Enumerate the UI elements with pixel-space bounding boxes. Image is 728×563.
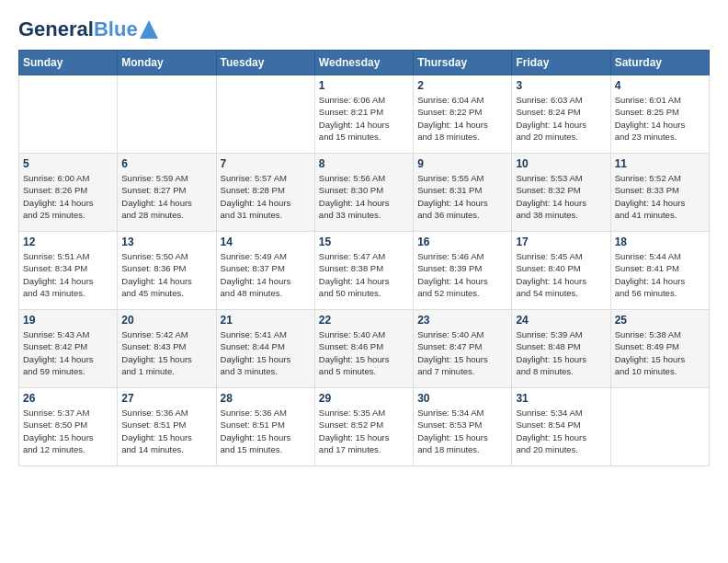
calendar-cell [118,75,216,154]
day-number: 29 [319,392,409,405]
day-info: Sunrise: 5:34 AM Sunset: 8:54 PM Dayligh… [516,407,606,455]
calendar-cell: 30Sunrise: 5:34 AM Sunset: 8:53 PM Dayli… [414,388,512,466]
page-header: GeneralBlue [18,18,710,40]
day-info: Sunrise: 5:59 AM Sunset: 8:27 PM Dayligh… [121,172,211,221]
header-cell-tuesday: Tuesday [216,51,314,75]
header-cell-saturday: Saturday [610,51,709,75]
logo-icon [140,20,158,39]
day-number: 21 [221,314,311,327]
calendar-header: SundayMondayTuesdayWednesdayThursdayFrid… [19,51,710,75]
calendar-cell: 3Sunrise: 6:03 AM Sunset: 8:24 PM Daylig… [512,75,610,154]
logo-text: GeneralBlue [18,18,138,40]
day-number: 31 [516,392,606,405]
calendar-cell: 5Sunrise: 6:00 AM Sunset: 8:26 PM Daylig… [19,154,118,232]
calendar-cell: 17Sunrise: 5:45 AM Sunset: 8:40 PM Dayli… [512,232,610,310]
calendar-cell: 25Sunrise: 5:38 AM Sunset: 8:49 PM Dayli… [610,310,709,388]
day-number: 17 [516,236,606,248]
calendar-cell: 8Sunrise: 5:56 AM Sunset: 8:30 PM Daylig… [314,154,413,232]
day-info: Sunrise: 6:04 AM Sunset: 8:22 PM Dayligh… [417,94,507,143]
day-info: Sunrise: 5:46 AM Sunset: 8:39 PM Dayligh… [417,250,507,299]
calendar-cell: 6Sunrise: 5:59 AM Sunset: 8:27 PM Daylig… [118,154,216,232]
day-info: Sunrise: 5:38 AM Sunset: 8:49 PM Dayligh… [615,328,705,377]
calendar-cell [610,388,709,466]
day-number: 5 [23,157,113,170]
day-info: Sunrise: 5:57 AM Sunset: 8:28 PM Dayligh… [221,172,311,221]
day-info: Sunrise: 5:56 AM Sunset: 8:30 PM Dayligh… [319,172,409,221]
calendar-week-row: 5Sunrise: 6:00 AM Sunset: 8:26 PM Daylig… [19,154,710,232]
day-number: 22 [319,314,409,327]
calendar-cell: 1Sunrise: 6:06 AM Sunset: 8:21 PM Daylig… [314,75,413,154]
header-cell-sunday: Sunday [19,51,118,75]
calendar-cell: 4Sunrise: 6:01 AM Sunset: 8:25 PM Daylig… [610,75,709,154]
day-number: 2 [417,79,507,92]
day-number: 1 [319,79,409,92]
day-info: Sunrise: 5:45 AM Sunset: 8:40 PM Dayligh… [516,250,606,299]
day-info: Sunrise: 6:01 AM Sunset: 8:25 PM Dayligh… [615,94,705,143]
day-number: 8 [319,157,409,170]
day-number: 11 [615,157,705,170]
day-number: 4 [615,79,705,92]
calendar-cell: 7Sunrise: 5:57 AM Sunset: 8:28 PM Daylig… [216,154,314,232]
calendar-cell: 31Sunrise: 5:34 AM Sunset: 8:54 PM Dayli… [512,388,610,466]
day-info: Sunrise: 5:34 AM Sunset: 8:53 PM Dayligh… [417,407,507,455]
day-info: Sunrise: 5:39 AM Sunset: 8:48 PM Dayligh… [516,328,606,377]
calendar-week-row: 26Sunrise: 5:37 AM Sunset: 8:50 PM Dayli… [19,388,710,466]
day-info: Sunrise: 5:47 AM Sunset: 8:38 PM Dayligh… [319,250,409,299]
calendar-cell: 27Sunrise: 5:36 AM Sunset: 8:51 PM Dayli… [118,388,216,466]
calendar-cell: 9Sunrise: 5:55 AM Sunset: 8:31 PM Daylig… [414,154,512,232]
svg-marker-0 [140,20,158,39]
calendar-cell: 22Sunrise: 5:40 AM Sunset: 8:46 PM Dayli… [314,310,413,388]
logo: GeneralBlue [18,18,158,40]
day-number: 10 [516,157,606,170]
header-cell-friday: Friday [512,51,610,75]
calendar-cell [19,75,118,154]
day-info: Sunrise: 5:36 AM Sunset: 8:51 PM Dayligh… [221,407,311,455]
header-row: SundayMondayTuesdayWednesdayThursdayFrid… [19,51,710,75]
day-number: 16 [417,236,507,248]
day-number: 3 [516,79,606,92]
calendar-cell: 12Sunrise: 5:51 AM Sunset: 8:34 PM Dayli… [19,232,118,310]
day-number: 13 [121,236,211,248]
day-number: 9 [417,157,507,170]
day-info: Sunrise: 5:50 AM Sunset: 8:36 PM Dayligh… [121,250,211,299]
calendar-cell: 20Sunrise: 5:42 AM Sunset: 8:43 PM Dayli… [118,310,216,388]
day-number: 24 [516,314,606,327]
calendar-cell: 19Sunrise: 5:43 AM Sunset: 8:42 PM Dayli… [19,310,118,388]
day-info: Sunrise: 6:00 AM Sunset: 8:26 PM Dayligh… [23,172,113,221]
day-number: 25 [615,314,705,327]
day-info: Sunrise: 5:55 AM Sunset: 8:31 PM Dayligh… [417,172,507,221]
day-info: Sunrise: 5:49 AM Sunset: 8:37 PM Dayligh… [221,250,311,299]
day-info: Sunrise: 5:37 AM Sunset: 8:50 PM Dayligh… [23,407,113,455]
calendar-week-row: 12Sunrise: 5:51 AM Sunset: 8:34 PM Dayli… [19,232,710,310]
day-info: Sunrise: 5:41 AM Sunset: 8:44 PM Dayligh… [221,328,311,377]
day-number: 18 [615,236,705,248]
day-info: Sunrise: 5:52 AM Sunset: 8:33 PM Dayligh… [615,172,705,221]
day-number: 14 [221,236,311,248]
calendar-cell: 15Sunrise: 5:47 AM Sunset: 8:38 PM Dayli… [314,232,413,310]
day-number: 7 [221,157,311,170]
calendar-cell: 23Sunrise: 5:40 AM Sunset: 8:47 PM Dayli… [414,310,512,388]
calendar-cell: 13Sunrise: 5:50 AM Sunset: 8:36 PM Dayli… [118,232,216,310]
calendar-cell: 2Sunrise: 6:04 AM Sunset: 8:22 PM Daylig… [414,75,512,154]
day-number: 30 [417,392,507,405]
calendar-cell: 29Sunrise: 5:35 AM Sunset: 8:52 PM Dayli… [314,388,413,466]
day-info: Sunrise: 5:42 AM Sunset: 8:43 PM Dayligh… [121,328,211,377]
day-number: 6 [121,157,211,170]
day-number: 19 [23,314,113,327]
day-info: Sunrise: 6:06 AM Sunset: 8:21 PM Dayligh… [319,94,409,143]
calendar-week-row: 19Sunrise: 5:43 AM Sunset: 8:42 PM Dayli… [19,310,710,388]
day-number: 15 [319,236,409,248]
calendar-cell: 26Sunrise: 5:37 AM Sunset: 8:50 PM Dayli… [19,388,118,466]
calendar-cell: 24Sunrise: 5:39 AM Sunset: 8:48 PM Dayli… [512,310,610,388]
day-info: Sunrise: 5:35 AM Sunset: 8:52 PM Dayligh… [319,407,409,455]
header-cell-monday: Monday [118,51,216,75]
day-info: Sunrise: 5:36 AM Sunset: 8:51 PM Dayligh… [121,407,211,455]
calendar-table: SundayMondayTuesdayWednesdayThursdayFrid… [18,50,710,466]
day-info: Sunrise: 5:53 AM Sunset: 8:32 PM Dayligh… [516,172,606,221]
day-info: Sunrise: 5:43 AM Sunset: 8:42 PM Dayligh… [23,328,113,377]
calendar-cell: 16Sunrise: 5:46 AM Sunset: 8:39 PM Dayli… [414,232,512,310]
day-number: 28 [221,392,311,405]
calendar-cell: 18Sunrise: 5:44 AM Sunset: 8:41 PM Dayli… [610,232,709,310]
day-number: 20 [121,314,211,327]
calendar-cell: 14Sunrise: 5:49 AM Sunset: 8:37 PM Dayli… [216,232,314,310]
